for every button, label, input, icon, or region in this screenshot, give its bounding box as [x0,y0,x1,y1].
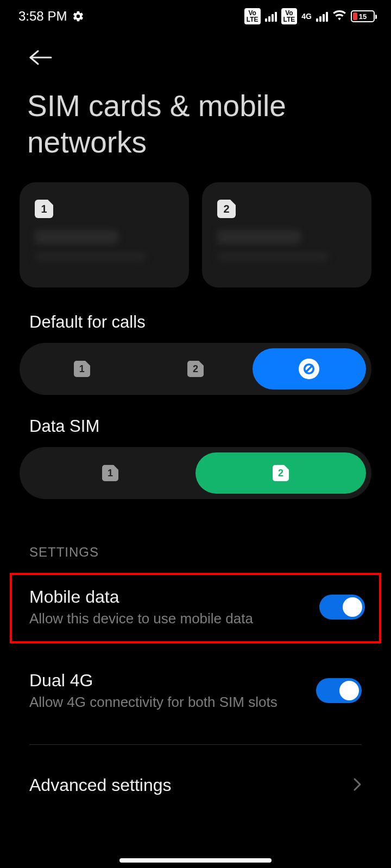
ask-icon [299,359,319,379]
mobile-data-title: Mobile data [29,587,253,607]
sim-card-1[interactable]: 1 [20,182,189,288]
status-right: Vo LTE Vo LTE 4G 15 [244,8,375,24]
mobile-data-text: Mobile data Allow this device to use mob… [29,587,253,627]
advanced-settings-title: Advanced settings [29,775,172,795]
sim-chip-icon-1: 1 [35,200,53,218]
battery-level: 15 [359,12,367,21]
sim1-carrier-redacted [35,230,174,261]
default-calls-sim1[interactable]: 1 [25,348,138,390]
volte-badge-1: Vo LTE [244,8,261,24]
dual-4g-row[interactable]: Dual 4G Allow 4G connectivity for both S… [20,659,371,725]
settings-header: SETTINGS [20,499,371,573]
chevron-right-icon [353,777,362,794]
data-sim-2-selected[interactable]: 2 [195,452,366,494]
data-sim-1[interactable]: 1 [25,452,195,494]
data-sim-label: Data SIM [20,395,371,447]
dual-4g-title: Dual 4G [29,671,278,691]
volte-badge-2: Vo LTE [281,8,298,24]
sim-icon: 2 [273,465,289,481]
home-indicator[interactable] [119,858,272,863]
mobile-data-row[interactable]: Mobile data Allow this device to use mob… [10,573,381,643]
wifi-icon [332,9,346,24]
signal-icon-sim1 [265,11,277,22]
status-left: 3:58 PM [18,9,84,24]
default-calls-segmented: 1 2 [20,343,371,395]
network-type: 4G [301,12,312,20]
gear-icon [72,10,84,22]
sim2-carrier-redacted [217,230,356,261]
advanced-settings-row[interactable]: Advanced settings [20,745,371,812]
dual-4g-subtitle: Allow 4G connectivity for both SIM slots [29,694,278,711]
mobile-data-toggle[interactable] [319,595,365,620]
sim-cards-row: 1 2 [20,182,371,288]
page-title: SIM cards & mobile networks [0,78,391,182]
dual-4g-text: Dual 4G Allow 4G connectivity for both S… [29,671,278,711]
sim-card-2[interactable]: 2 [202,182,371,288]
mobile-data-subtitle: Allow this device to use mobile data [29,610,253,627]
status-bar: 3:58 PM Vo LTE Vo LTE 4G 15 [0,0,391,33]
svg-line-2 [306,366,312,372]
default-calls-label: Default for calls [20,288,371,343]
sim-chip-icon-2: 2 [217,200,236,218]
default-calls-sim2[interactable]: 2 [138,348,252,390]
battery-icon: 15 [351,10,375,22]
data-sim-segmented: 1 2 [20,447,371,499]
sim-icon: 1 [102,465,118,481]
sim-icon: 1 [74,361,90,377]
signal-icon-sim2 [316,11,328,22]
back-button[interactable] [27,48,53,69]
dual-4g-toggle[interactable] [316,678,362,703]
sim-icon: 2 [187,361,204,377]
default-calls-ask-always[interactable] [253,348,366,390]
clock: 3:58 PM [18,9,67,24]
